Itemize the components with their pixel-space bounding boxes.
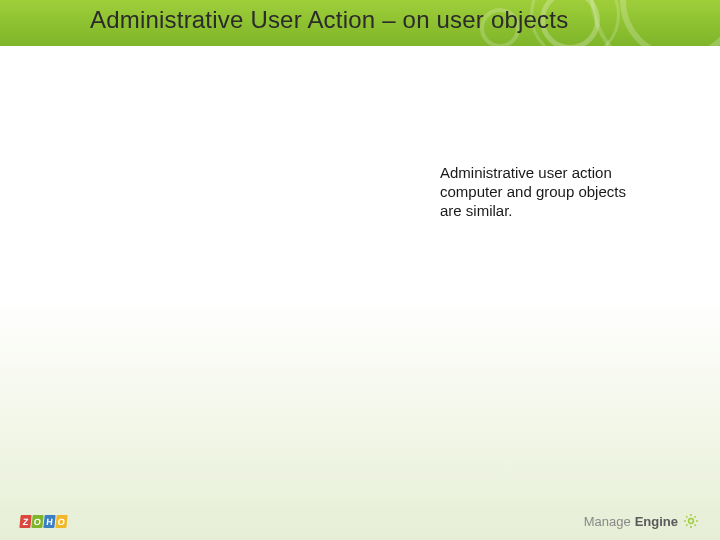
header-band: Administrative User Action – on user obj… — [0, 0, 720, 46]
manageengine-suffix: Engine — [635, 514, 678, 529]
slide: Administrative User Action – on user obj… — [0, 0, 720, 540]
body-note: Administrative user action computer and … — [440, 164, 650, 220]
gear-icon — [682, 512, 700, 530]
svg-point-0 — [689, 519, 694, 524]
slide-title: Administrative User Action – on user obj… — [90, 6, 568, 34]
zoho-tile-o1: O — [31, 515, 43, 528]
footer: Z O H O ManageEngine — [0, 500, 720, 540]
zoho-tile-z: Z — [19, 515, 31, 528]
zoho-tile-h: H — [43, 515, 55, 528]
manageengine-logo: ManageEngine — [584, 512, 700, 530]
zoho-logo: Z O H O — [20, 515, 67, 528]
zoho-tile-o2: O — [55, 515, 67, 528]
manageengine-prefix: Manage — [584, 514, 631, 529]
